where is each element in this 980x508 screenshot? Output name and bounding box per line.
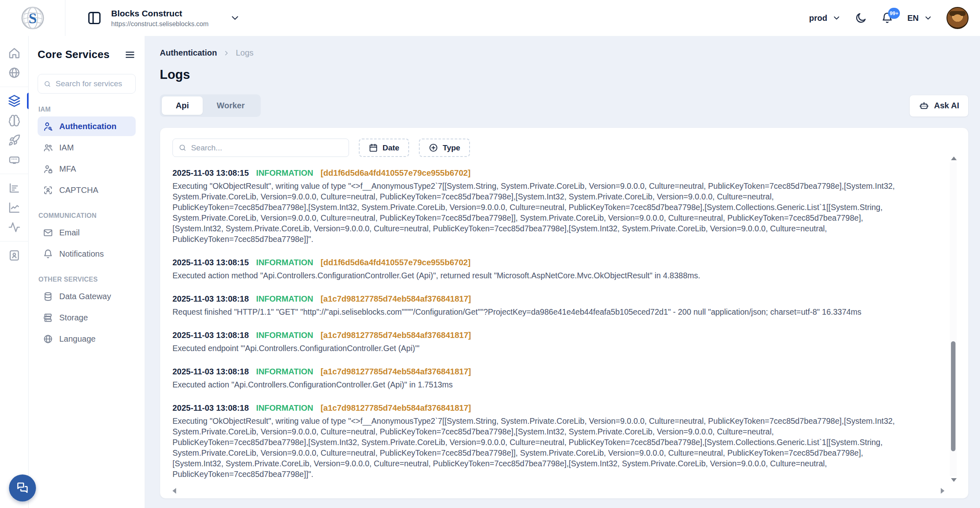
sidebar-item-captcha[interactable]: CAPTCHA [38, 180, 136, 200]
scroll-left-arrow-icon[interactable] [172, 488, 176, 494]
log-message: Executing "OkObjectResult", writing valu… [172, 416, 895, 479]
avatar[interactable] [946, 7, 969, 29]
user-lock-icon [43, 164, 53, 174]
icon-rail [0, 36, 29, 508]
log-timestamp: 2025-11-03 13:08:18 [172, 331, 249, 340]
vertical-scrollbar[interactable] [950, 162, 957, 476]
log-message: Executed action method "Api.Controllers.… [172, 270, 895, 281]
log-entry[interactable]: 2025-11-03 13:08:18 INFORMATION [a1c7d98… [172, 403, 895, 479]
rail-message-dots-icon[interactable] [0, 150, 29, 170]
horizontal-scrollbar[interactable] [172, 488, 944, 494]
bell-icon [43, 249, 53, 259]
server-stack-icon [43, 313, 53, 323]
rail-divider [0, 87, 29, 87]
rail-line-chart-icon[interactable] [0, 198, 29, 217]
log-entry-header: 2025-11-03 13:08:18 INFORMATION [a1c7d98… [172, 294, 895, 304]
app-identity: Blocks Construct https://construct.selis… [111, 9, 208, 28]
sidebar-search-input[interactable] [56, 79, 130, 88]
sidebar-item-notifications[interactable]: Notifications [38, 244, 136, 264]
breadcrumb-authentication[interactable]: Authentication [160, 48, 217, 58]
log-message: Executed endpoint "'Api.Controllers.Conf… [172, 343, 895, 354]
vertical-scrollbar-thumb[interactable] [951, 341, 955, 451]
app-url: https://construct.seliseblocks.com [111, 20, 208, 28]
log-trace-id: [dd1f6d5d6a4fd410557e79ce955b6702] [320, 168, 470, 178]
log-entry[interactable]: 2025-11-03 13:08:15 INFORMATION [dd1f6d5… [172, 168, 895, 244]
log-entry-header: 2025-11-03 13:08:15 INFORMATION [dd1f6d5… [172, 258, 895, 267]
log-timestamp: 2025-11-03 13:08:15 [172, 168, 249, 178]
sidebar-item-mfa[interactable]: MFA [38, 159, 136, 179]
chat-bubbles-icon [16, 481, 29, 495]
header-actions: prod 99+ EN [809, 7, 980, 29]
sidebar-item-label: Notifications [59, 249, 104, 259]
search-icon [44, 80, 51, 88]
sidebar-menu-icon[interactable] [124, 49, 136, 60]
breadcrumb: Authentication Logs [160, 48, 969, 58]
log-entry[interactable]: 2025-11-03 13:08:18 INFORMATION [a1c7d98… [172, 367, 895, 390]
sidebar-item-storage[interactable]: Storage [38, 308, 136, 327]
log-search-input[interactable] [191, 143, 343, 152]
log-message: Executed action "Api.Controllers.Configu… [172, 379, 895, 390]
log-timestamp: 2025-11-03 13:08:18 [172, 403, 249, 413]
scroll-right-arrow-icon[interactable] [941, 488, 944, 494]
tab-api[interactable]: Api [162, 96, 203, 115]
log-entry[interactable]: 2025-11-03 13:08:15 INFORMATION [dd1f6d5… [172, 258, 895, 281]
sidebar-item-label: Data Gateway [59, 292, 111, 301]
sidebar-search[interactable] [38, 74, 136, 94]
language-label: EN [907, 13, 919, 23]
rail-bar-chart-icon[interactable] [0, 178, 29, 198]
chevron-down-icon [832, 13, 841, 22]
rail-globe-icon[interactable] [0, 63, 29, 83]
sidebar-item-language[interactable]: Language [38, 329, 136, 349]
user-key-icon [43, 121, 53, 132]
rail-contact-book-icon[interactable] [0, 246, 29, 265]
log-entry-header: 2025-11-03 13:08:18 INFORMATION [a1c7d98… [172, 367, 895, 376]
environment-selector[interactable]: prod [809, 13, 841, 23]
scroll-up-arrow-icon[interactable] [951, 157, 957, 160]
breadcrumb-logs: Logs [236, 48, 253, 58]
scroll-down-arrow-icon[interactable] [951, 478, 957, 482]
feedback-chat-button[interactable] [9, 474, 36, 501]
log-level-badge: INFORMATION [256, 403, 313, 413]
log-source-tabs: Api Worker [160, 94, 261, 117]
sidebar-toggle-button[interactable] [87, 10, 102, 26]
log-search[interactable] [172, 139, 349, 157]
sidebar-item-data-gateway[interactable]: Data Gateway [38, 286, 136, 306]
selise-logo[interactable]: S [0, 0, 65, 36]
rail-ai-brain-icon[interactable] [0, 111, 29, 130]
tab-worker[interactable]: Worker [203, 96, 259, 115]
rail-activity-icon[interactable] [0, 217, 29, 237]
sidebar-item-label: IAM [59, 143, 74, 152]
robot-icon [919, 101, 929, 111]
log-message: Request finished "HTTP/1.1" "GET" "http"… [172, 307, 895, 317]
calendar-icon [369, 143, 378, 152]
sidebar-item-iam[interactable]: IAM [38, 138, 136, 157]
ask-ai-label: Ask AI [934, 101, 959, 110]
database-icon [43, 291, 53, 302]
users-icon [43, 143, 53, 153]
log-list: 2025-11-03 13:08:15 INFORMATION [dd1f6d5… [172, 168, 956, 479]
date-filter-button[interactable]: Date [359, 139, 409, 157]
type-filter-label: Type [443, 143, 460, 152]
log-level-badge: INFORMATION [256, 367, 313, 376]
sidebar-item-email[interactable]: Email [38, 223, 136, 242]
theme-toggle-button[interactable] [855, 12, 867, 24]
ask-ai-button[interactable]: Ask AI [909, 95, 969, 117]
scan-face-icon [43, 185, 53, 195]
rail-rocket-icon[interactable] [0, 130, 29, 150]
type-filter-button[interactable]: Type [419, 139, 470, 157]
notifications-button[interactable]: 99+ [881, 12, 893, 24]
globe-icon [43, 334, 53, 344]
search-icon [179, 143, 186, 152]
rail-home-icon[interactable] [0, 43, 29, 63]
language-selector[interactable]: EN [907, 13, 933, 23]
rail-divider [0, 241, 29, 242]
rail-core-services-layers-icon[interactable] [0, 91, 29, 111]
log-entry[interactable]: 2025-11-03 13:08:18 INFORMATION [a1c7d98… [172, 294, 895, 317]
app-switcher-chevron-down-icon[interactable] [230, 13, 240, 23]
log-message: Executing "OkObjectResult", writing valu… [172, 181, 895, 244]
log-entry[interactable]: 2025-11-03 13:08:18 INFORMATION [a1c7d98… [172, 331, 895, 354]
log-level-badge: INFORMATION [256, 294, 313, 304]
log-timestamp: 2025-11-03 13:08:18 [172, 367, 249, 376]
sidebar-item-authentication[interactable]: Authentication [38, 116, 136, 136]
sidebar-section-communication: COMMUNICATION [38, 212, 136, 219]
